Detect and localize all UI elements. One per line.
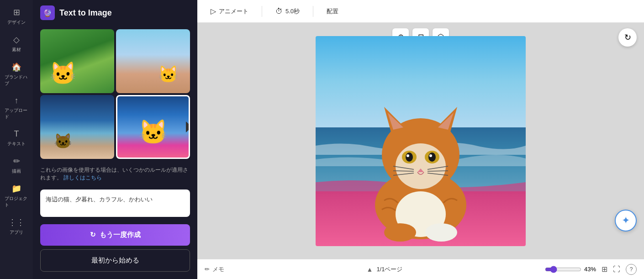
help-button[interactable]: ? bbox=[626, 264, 637, 275]
zoom-control: 43% bbox=[545, 266, 596, 273]
apps-icon: ⋮⋮ bbox=[8, 217, 25, 227]
generate-label: もう一度作成 bbox=[100, 231, 141, 239]
generate-icon: ↻ bbox=[90, 231, 96, 239]
sidebar-item-design[interactable]: ⊞ デザイン bbox=[3, 4, 30, 29]
sidebar-panel: 🔮 Text to Image これらの画像を使用する場合は、いくつかのルールが… bbox=[33, 0, 197, 279]
thumbnail-cat4[interactable] bbox=[116, 95, 190, 159]
app-icon: 🔮 bbox=[40, 5, 55, 20]
page-up-button[interactable]: ▲ bbox=[367, 266, 373, 273]
svg-point-15 bbox=[406, 154, 409, 157]
grid-view-button[interactable]: ⊞ bbox=[602, 265, 607, 274]
svg-point-14 bbox=[428, 153, 436, 162]
sidebar-item-apps[interactable]: ⋮⋮ アプリ bbox=[3, 214, 30, 239]
svg-point-16 bbox=[429, 154, 432, 157]
svg-point-25 bbox=[425, 223, 457, 242]
bottom-bar: ✏ メモ ▲ 1/1ページ 43% ⊞ ⛶ ? bbox=[197, 259, 644, 279]
svg-point-24 bbox=[384, 223, 416, 242]
reset-label: 最初から始める bbox=[91, 256, 139, 264]
thumbnail-cat3[interactable] bbox=[40, 95, 114, 159]
duration-button[interactable]: ⏱ 5.0秒 bbox=[269, 4, 306, 19]
refresh-icon: ↻ bbox=[624, 32, 631, 42]
thumbnail-cat1[interactable] bbox=[40, 29, 114, 93]
nav-label-brand: ブランドハブ bbox=[5, 74, 28, 87]
help-icon: ? bbox=[630, 266, 633, 273]
text-icon: T bbox=[14, 129, 19, 139]
svg-point-13 bbox=[406, 153, 413, 162]
sidebar-header: 🔮 Text to Image bbox=[33, 0, 197, 26]
magic-icon: ✦ bbox=[622, 215, 630, 226]
memo-icon: ✏ bbox=[205, 266, 210, 273]
toolbar: ▷ アニメート ⏱ 5.0秒 配置 bbox=[197, 0, 644, 23]
layout-button[interactable]: 配置 bbox=[321, 4, 344, 19]
nav-label-project: プロジェクト bbox=[5, 195, 28, 208]
layout-label: 配置 bbox=[327, 7, 338, 16]
zoom-slider[interactable] bbox=[545, 266, 581, 273]
thumbnail-cat2[interactable] bbox=[116, 29, 190, 93]
animate-label: アニメート bbox=[219, 7, 248, 16]
generate-button[interactable]: ↻ もう一度作成 bbox=[40, 224, 190, 246]
main-area: ▷ アニメート ⏱ 5.0秒 配置 ⊕ ⊟ ⬡ ↻ bbox=[197, 0, 644, 279]
memo-button[interactable]: ✏ メモ bbox=[205, 265, 224, 274]
page-navigation: ▲ 1/1ページ bbox=[367, 265, 403, 274]
magic-button[interactable]: ✦ bbox=[615, 210, 637, 232]
left-navigation: ⊞ デザイン ◇ 素材 🏠 ブランドハブ ↑ アップロード T テキスト ✏ 描… bbox=[0, 0, 33, 279]
fullscreen-button[interactable]: ⛶ bbox=[613, 265, 620, 274]
nav-label-materials: 素材 bbox=[12, 47, 21, 53]
prompt-input[interactable]: 海辺の猫、夕暮れ、カラフル、かわいい bbox=[40, 190, 190, 217]
image-grid bbox=[33, 26, 197, 163]
sidebar-item-text[interactable]: T テキスト bbox=[3, 126, 30, 151]
materials-icon: ◇ bbox=[13, 35, 20, 45]
main-cat-image bbox=[316, 36, 526, 246]
clock-icon: ⏱ bbox=[275, 7, 283, 16]
rule-description: これらの画像を使用する場合は、いくつかのルールが適用されます。 bbox=[40, 167, 188, 180]
sidebar-item-draw[interactable]: ✏ 描画 bbox=[3, 153, 30, 178]
nav-label-draw: 描画 bbox=[12, 168, 21, 174]
sidebar-item-project[interactable]: 📁 プロジェクト bbox=[3, 180, 30, 212]
sidebar-item-materials[interactable]: ◇ 素材 bbox=[3, 31, 30, 57]
svg-line-19 bbox=[393, 171, 414, 171]
toolbar-divider-2 bbox=[313, 6, 313, 17]
project-icon: 📁 bbox=[11, 184, 21, 194]
animate-icon: ▷ bbox=[211, 7, 216, 16]
nav-label-text: テキスト bbox=[7, 141, 26, 147]
design-icon: ⊞ bbox=[13, 7, 20, 17]
refresh-button[interactable]: ↻ bbox=[618, 28, 637, 47]
nav-label-design: デザイン bbox=[7, 19, 26, 26]
main-image-container[interactable] bbox=[316, 36, 526, 246]
animate-button[interactable]: ▷ アニメート bbox=[205, 4, 254, 19]
rule-link[interactable]: 詳しくはこちら bbox=[63, 175, 102, 180]
svg-line-22 bbox=[428, 171, 448, 171]
brand-icon: 🏠 bbox=[11, 62, 21, 72]
prompt-text: 海辺の猫、夕暮れ、カラフル、かわいい bbox=[46, 196, 153, 203]
zoom-percent: 43% bbox=[584, 266, 596, 273]
svg-rect-0 bbox=[316, 36, 526, 127]
upload-icon: ↑ bbox=[15, 96, 19, 105]
toolbar-divider-1 bbox=[262, 6, 262, 17]
selection-arrow bbox=[186, 121, 190, 132]
nav-label-apps: アプリ bbox=[10, 229, 23, 236]
bottom-right-controls: 43% ⊞ ⛶ ? bbox=[545, 264, 637, 275]
rule-text: これらの画像を使用する場合は、いくつかのルールが適用されます。 詳しくはこちら bbox=[33, 163, 197, 186]
page-info: 1/1ページ bbox=[376, 265, 402, 274]
memo-label: メモ bbox=[212, 265, 224, 274]
reset-button[interactable]: 最初から始める bbox=[40, 249, 190, 272]
sidebar-title: Text to Image bbox=[59, 8, 112, 18]
duration-label: 5.0秒 bbox=[285, 7, 300, 16]
sidebar-item-brand[interactable]: 🏠 ブランドハブ bbox=[3, 58, 30, 90]
draw-icon: ✏ bbox=[13, 156, 20, 166]
sidebar-item-upload[interactable]: ↑ アップロード bbox=[3, 92, 30, 124]
canvas-area: ⊕ ⊟ ⬡ ↻ bbox=[197, 23, 644, 259]
svg-point-10 bbox=[396, 143, 446, 189]
cat-scene-svg bbox=[316, 36, 526, 246]
nav-label-upload: アップロード bbox=[5, 107, 28, 120]
